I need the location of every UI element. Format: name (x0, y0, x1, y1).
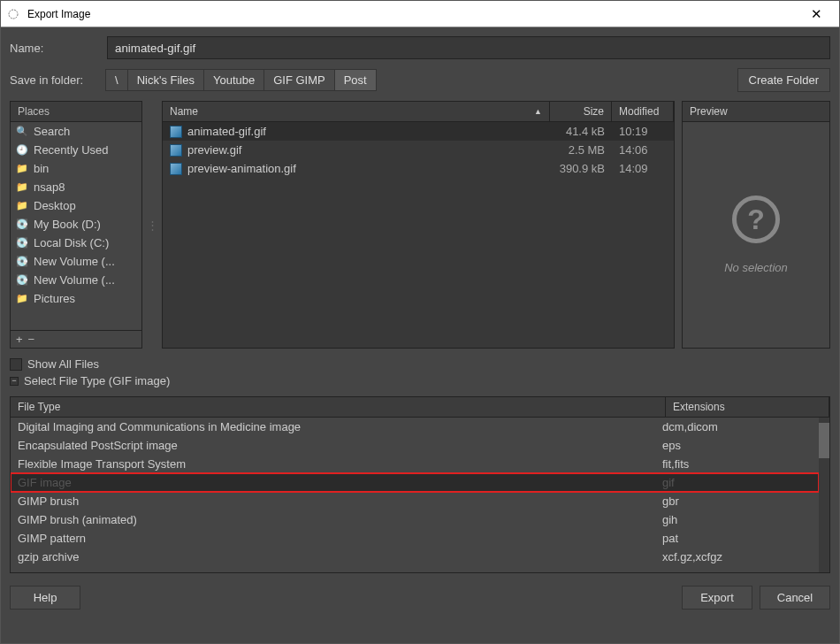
file-type-name: GIMP brush (animated) (11, 512, 655, 527)
places-item[interactable]: 🔍Search (11, 122, 141, 141)
filename-input[interactable] (107, 36, 830, 59)
file-icon (170, 163, 182, 175)
file-type-ext: gih (655, 512, 819, 527)
column-size-header[interactable]: Size (550, 102, 612, 121)
place-label: My Book (D:) (34, 218, 101, 231)
file-modified: 10:19 (612, 125, 674, 138)
file-type-name: GIF image (11, 475, 655, 490)
place-label: Search (34, 125, 70, 138)
name-row: Name: (10, 36, 830, 59)
place-icon: 💽 (16, 274, 28, 286)
file-type-row[interactable]: Encapsulated PostScript imageeps (11, 436, 819, 455)
file-type-rows: Digital Imaging and Communications in Me… (11, 418, 819, 572)
file-name: preview.gif (187, 143, 241, 157)
file-type-name: Digital Imaging and Communications in Me… (11, 419, 655, 434)
help-button[interactable]: Help (10, 586, 80, 610)
places-item[interactable]: 📁bin (11, 159, 141, 178)
cancel-button[interactable]: Cancel (760, 586, 830, 610)
place-icon: 📁 (16, 200, 28, 211)
file-type-row[interactable]: GIMP brush (animated)gih (11, 510, 819, 529)
file-size: 390.9 kB (550, 162, 612, 175)
places-remove-button[interactable]: − (28, 333, 35, 346)
place-label: nsap8 (34, 180, 65, 194)
breadcrumb-item[interactable]: Nick's Files (128, 69, 204, 91)
place-icon: 💽 (16, 218, 28, 230)
select-file-type-expander[interactable]: − Select File Type (GIF image) (10, 374, 830, 387)
places-item[interactable]: 📁Desktop (11, 196, 141, 215)
file-type-row[interactable]: GIMP patternpat (11, 529, 819, 548)
filetype-header-ext[interactable]: Extensions (666, 397, 829, 417)
place-label: Local Disk (C:) (34, 236, 109, 249)
close-button[interactable]: ✕ (798, 1, 834, 27)
file-size: 41.4 kB (550, 125, 612, 138)
places-item[interactable]: 💽New Volume (... (11, 252, 141, 271)
places-item[interactable]: 📁Pictures (11, 289, 141, 308)
places-item[interactable]: 💽New Volume (... (11, 271, 141, 289)
place-icon: 💽 (16, 237, 28, 249)
no-selection-label: No selection (724, 261, 788, 274)
collapse-icon: − (10, 377, 19, 386)
file-row[interactable]: preview-animation.gif390.9 kB14:09 (163, 159, 674, 178)
file-type-row[interactable]: gzip archivexcf.gz,xcfgz (11, 548, 819, 566)
file-type-ext: fit,fits (655, 456, 819, 472)
file-type-ext: dcm,dicom (655, 419, 819, 434)
place-icon: 📁 (16, 163, 28, 174)
file-size: 2.5 MB (550, 143, 612, 157)
place-label: New Volume (... (34, 255, 115, 268)
show-all-files-label: Show All Files (27, 357, 99, 371)
places-list: 🔍Search🕘Recently Used📁bin📁nsap8📁Desktop💽… (11, 122, 141, 330)
show-all-files-checkbox[interactable]: Show All Files (10, 357, 830, 371)
file-row[interactable]: animated-gif.gif41.4 kB10:19 (163, 122, 674, 141)
preview-panel: Preview ? No selection (682, 101, 830, 349)
file-type-row[interactable]: Digital Imaging and Communications in Me… (11, 418, 819, 436)
export-button[interactable]: Export (682, 586, 752, 610)
filetype-header-type[interactable]: File Type (11, 397, 666, 417)
file-type-row[interactable]: Flexible Image Transport Systemfit,fits (11, 455, 819, 473)
file-type-row[interactable]: GIF imagegif (11, 473, 819, 492)
file-name: animated-gif.gif (187, 125, 266, 138)
file-type-row[interactable]: GIMP brushgbr (11, 492, 819, 510)
pane-drag-handle[interactable]: ⋮ (149, 101, 155, 349)
place-label: New Volume (... (34, 273, 115, 287)
place-icon: 🔍 (16, 126, 28, 137)
place-label: bin (34, 162, 49, 175)
file-rows: animated-gif.gif41.4 kB10:19preview.gif2… (163, 122, 674, 348)
places-header: Places (11, 102, 141, 122)
breadcrumb-item[interactable]: Youtube (204, 69, 264, 91)
places-add-button[interactable]: + (16, 333, 23, 346)
column-modified-header[interactable]: Modified (612, 102, 674, 121)
file-list-panel: Name▲ Size Modified animated-gif.gif41.4… (162, 101, 675, 349)
file-name: preview-animation.gif (187, 162, 296, 175)
preview-header: Preview (683, 102, 829, 122)
breadcrumb-item[interactable]: \ (105, 69, 128, 91)
file-type-name: GIMP pattern (11, 531, 655, 546)
place-label: Desktop (34, 199, 76, 212)
file-type-name: Flexible Image Transport System (11, 456, 655, 472)
savein-row: Save in folder: \Nick's FilesYoutubeGIF … (10, 68, 830, 92)
places-panel: Places 🔍Search🕘Recently Used📁bin📁nsap8📁D… (10, 101, 142, 349)
create-folder-button[interactable]: Create Folder (737, 68, 830, 92)
file-type-scrollbar[interactable] (819, 418, 829, 572)
app-icon (6, 7, 20, 21)
file-row[interactable]: preview.gif2.5 MB14:06 (163, 141, 674, 159)
file-type-ext: gbr (655, 494, 819, 509)
middle-panes: Places 🔍Search🕘Recently Used📁bin📁nsap8📁D… (10, 101, 830, 349)
place-icon: 💽 (16, 256, 28, 267)
places-item[interactable]: 💽My Book (D:) (11, 215, 141, 234)
file-type-table: File Type Extensions Digital Imaging and… (10, 396, 830, 573)
file-type-name: gzip archive (11, 549, 655, 564)
breadcrumb-item[interactable]: Post (335, 69, 377, 91)
places-item[interactable]: 📁nsap8 (11, 178, 141, 196)
titlebar: Export Image ✕ (1, 1, 839, 27)
places-item[interactable]: 🕘Recently Used (11, 141, 141, 159)
column-name-header[interactable]: Name▲ (163, 102, 550, 121)
breadcrumb-item[interactable]: GIF GIMP (264, 69, 335, 91)
select-file-type-label: Select File Type (GIF image) (24, 374, 170, 387)
place-label: Recently Used (34, 143, 109, 157)
place-icon: 🕘 (16, 144, 28, 156)
file-type-ext: xcf.gz,xcfgz (655, 549, 819, 564)
name-label: Name: (10, 42, 98, 55)
breadcrumb: \Nick's FilesYoutubeGIF GIMPPost (105, 69, 377, 91)
places-item[interactable]: 💽Local Disk (C:) (11, 234, 141, 252)
file-icon (170, 126, 182, 138)
